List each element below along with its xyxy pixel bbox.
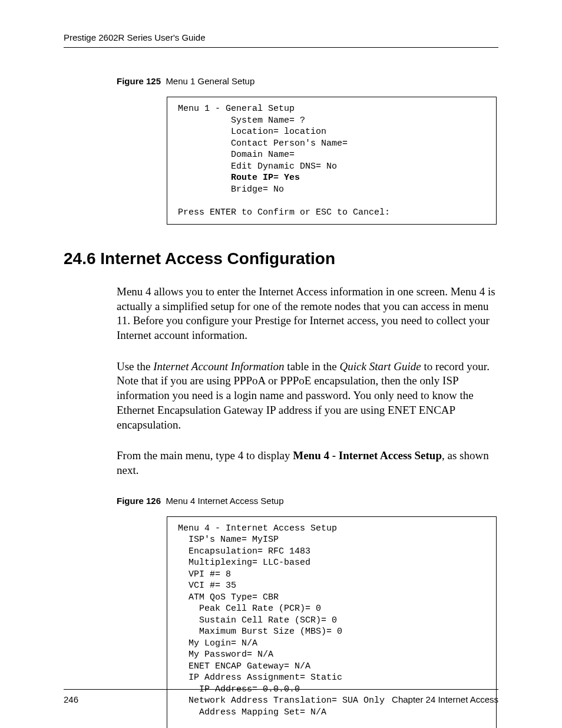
- menu-4-line: VCI #= 35: [189, 581, 236, 591]
- figure-125-title: Menu 1 General Setup: [166, 76, 254, 86]
- figure-126-title: Menu 4 Internet Access Setup: [166, 496, 283, 506]
- running-header: Prestige 2602R Series User's Guide: [64, 32, 498, 48]
- figure-126-caption: Figure 126 Menu 4 Internet Access Setup: [117, 496, 498, 506]
- text-run: From the main menu, type 4 to display: [117, 449, 293, 462]
- menu-4-line: Sustain Cell Rate (SCR)= 0: [199, 615, 337, 625]
- menu-1-bridge: Bridge= No: [231, 185, 284, 195]
- italic-text: Quick Start Guide: [340, 360, 421, 373]
- figure-125-number: Figure 125: [117, 76, 161, 86]
- page-container: Prestige 2602R Series User's Guide Figur…: [0, 0, 562, 728]
- figure-126-number: Figure 126: [117, 496, 161, 506]
- section-heading: 24.6 Internet Access Configuration: [64, 249, 498, 268]
- menu-1-line: System Name= ?: [231, 116, 305, 126]
- menu-4-line: IP Address Assignment= Static: [189, 673, 342, 683]
- menu-4-line: Encapsulation= RFC 1483: [189, 546, 310, 556]
- text-run: table in the: [285, 360, 340, 373]
- menu-4-line: Address Mapping Set= N/A: [199, 707, 326, 717]
- menu-4-line: ISP's Name= MyISP: [189, 535, 279, 545]
- menu-4-line: Maximum Burst Size (MBS)= 0: [199, 627, 342, 637]
- italic-text: Internet Account Information: [153, 360, 284, 373]
- menu-4-line: ENET ENCAP Gateway= N/A: [189, 661, 310, 671]
- menu-4-line: My Password= N/A: [189, 650, 273, 660]
- menu-4-line: VPI #= 8: [189, 569, 231, 579]
- menu-4-line: Multiplexing= LLC-based: [189, 558, 310, 568]
- menu-1-route-ip: Route IP= Yes: [231, 173, 300, 183]
- bold-text: Menu 4 - Internet Access Setup: [293, 449, 442, 462]
- menu-1-line: Location= location: [231, 127, 326, 137]
- menu-4-title: Menu 4 - Internet Access Setup: [178, 523, 337, 533]
- menu-1-title: Menu 1 - General Setup: [178, 104, 295, 114]
- body-paragraph: From the main menu, type 4 to display Me…: [117, 449, 498, 477]
- menu-4-line: ATM QoS Type= CBR: [189, 592, 279, 602]
- menu-1-line: Edit Dynamic DNS= No: [231, 162, 337, 172]
- chapter-label: Chapter 24 Internet Access: [392, 694, 498, 704]
- figure-125-caption: Figure 125 Menu 1 General Setup: [117, 76, 498, 86]
- menu-1-line: Contact Person's Name=: [231, 139, 348, 149]
- menu-4-line: My Login= N/A: [189, 638, 257, 648]
- menu-4-line: Peak Cell Rate (PCR)= 0: [199, 604, 321, 614]
- body-paragraph: Menu 4 allows you to enter the Internet …: [117, 285, 498, 343]
- text-run: Use the: [117, 360, 153, 373]
- page-number: 246: [64, 694, 78, 704]
- menu-1-line: Domain Name=: [231, 150, 295, 160]
- menu-1-footer: Press ENTER to Confirm or ESC to Cancel:: [178, 207, 390, 218]
- menu-1-box: Menu 1 - General Setup System Name= ? Lo…: [167, 97, 497, 225]
- body-paragraph: Use the Internet Account Information tab…: [117, 360, 498, 432]
- page-footer: 246 Chapter 24 Internet Access: [64, 689, 498, 704]
